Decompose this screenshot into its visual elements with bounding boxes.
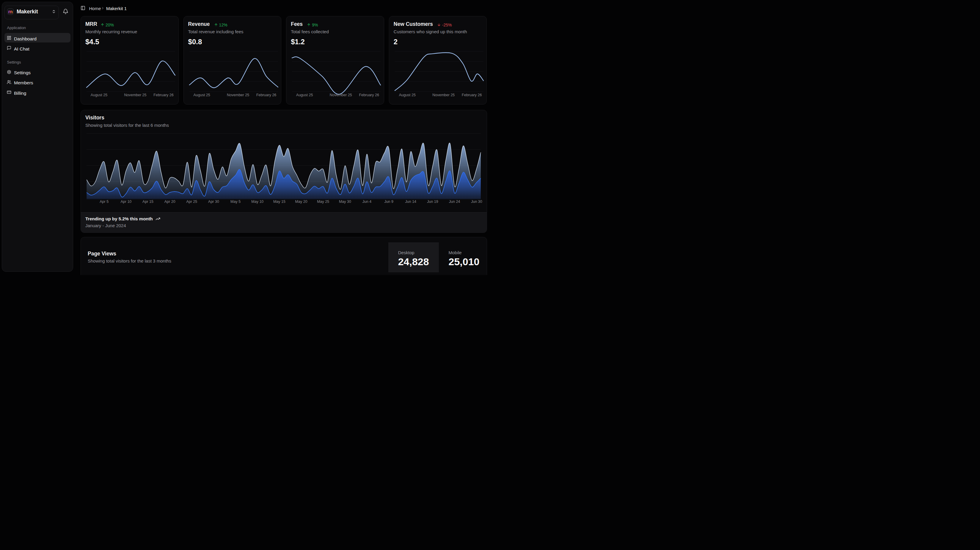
svg-text:m: m [8,9,13,14]
